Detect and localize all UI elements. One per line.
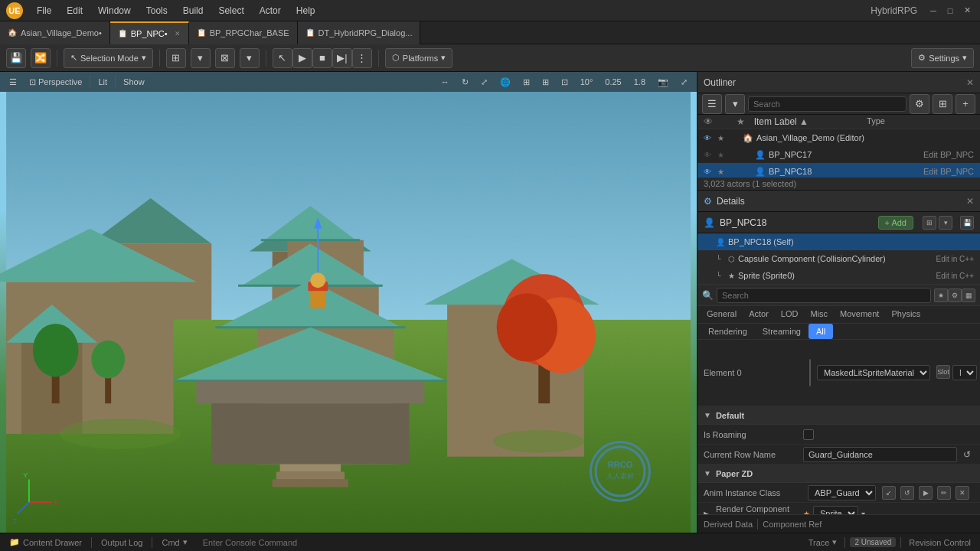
selection-mode-button[interactable]: ↖ Selection Mode ▾ [64,48,153,68]
view-grid-button[interactable]: ⊞ [923,216,936,230]
render-tab-rendering[interactable]: Rendering [701,324,755,339]
menu-select[interactable]: Select [212,4,250,18]
anim-close-button[interactable]: ✕ [956,486,969,500]
grid-button[interactable]: ⊞ [537,76,554,89]
surface-dropdown[interactable]: ▾ [240,48,260,68]
skip-button[interactable]: ▶| [332,48,352,68]
minimize-button[interactable]: ─ [926,4,940,18]
cat-tab-lod[interactable]: LOD [775,306,805,323]
play-button[interactable]: ▶ [292,48,312,68]
derived-data-item[interactable]: Derived Data [704,520,753,529]
menu-tools[interactable]: Tools [140,4,174,18]
close-button[interactable]: ✕ [960,4,974,18]
outliner-item-bp-npc17[interactable]: 👁 ★ 👤 BP_NPC17 Edit BP_NPC [697,146,980,163]
tab-close-bp-npc[interactable]: ✕ [175,30,181,37]
star-asian-village[interactable]: ★ [717,134,724,142]
is-roaming-checkbox[interactable] [803,429,814,440]
anim-browse-button[interactable]: ↙ [882,486,896,500]
stop-button[interactable]: ■ [312,48,332,68]
surface-snap-button[interactable]: ⊞ [518,76,534,89]
menu-help[interactable]: Help [290,4,322,18]
cmd-button[interactable]: Cmd ▾ [158,537,190,547]
viewport[interactable]: ☰ ⊡ Perspective Lit Show ↔ ↻ ⤢ 🌐 ⊞ ⊞ ⊡ 1… [0,72,697,533]
search-gear-button[interactable]: ▦ [962,289,975,302]
play-options[interactable]: ⋮ [352,48,372,68]
rotate-button[interactable]: ↻ [457,76,473,89]
outliner-filter-button[interactable]: ☰ [702,94,722,114]
outliner-search-input[interactable] [748,96,906,112]
section-default[interactable]: ▼ Default [697,406,980,425]
menu-actor[interactable]: Actor [253,4,287,18]
component-item-capsule[interactable]: └ ⬡ Capsule Component (CollisionCylinder… [697,250,980,267]
outliner-options-button[interactable]: ⚙ [910,94,929,114]
anim-edit-button[interactable]: ✏ [937,486,951,500]
section-paper-zd[interactable]: ▼ Paper ZD [697,465,980,483]
details-search-input[interactable] [717,288,931,303]
tab-bp-rpgchar[interactable]: 📋 BP_RPGChar_BASE [189,21,298,44]
trace-button[interactable]: Trace ▾ [805,537,841,547]
outliner-close-button[interactable]: ✕ [966,77,974,88]
add-button[interactable]: + Add [878,216,913,230]
translate-button[interactable]: ↔ [436,76,454,88]
menu-file[interactable]: File [31,4,57,18]
show-button[interactable]: Show [119,76,149,88]
cat-tab-general[interactable]: General [701,306,743,323]
current-row-reset-button[interactable]: ↺ [963,449,971,460]
expand-button[interactable]: ⤢ [676,76,692,89]
action-capsule[interactable]: Edit in C++ [936,255,974,263]
menu-window[interactable]: Window [92,4,137,18]
viewport-angle[interactable]: 10° [576,76,598,88]
render-tab-streaming[interactable]: Streaming [755,324,808,339]
source-control-button[interactable]: 🔀 [31,48,51,68]
cat-tab-misc[interactable]: Misc [804,306,834,323]
tab-dt-hybridrpg[interactable]: 📋 DT_HybridRPG_Dialog... [298,21,421,44]
revision-control-button[interactable]: Revision Control [906,538,974,547]
save-button[interactable]: 💾 [6,48,26,68]
menu-edit[interactable]: Edit [60,4,89,18]
lit-button[interactable]: Lit [93,76,112,88]
snap-dropdown[interactable]: ▾ [191,48,211,68]
eye-bp-npc17[interactable]: 👁 [704,151,711,159]
eye-asian-village[interactable]: 👁 [704,134,711,142]
details-close-button[interactable]: ✕ [966,196,974,207]
output-log-button[interactable]: Output Log [98,538,145,547]
content-drawer-button[interactable]: 📁 Content Drawer [6,537,85,547]
select-tool-button[interactable]: ↖ [273,48,292,68]
search-filter-button[interactable]: ⚙ [948,289,962,302]
action-sprite[interactable]: Edit in C++ [936,272,974,280]
view-mode-button[interactable]: ⊡ [557,76,573,89]
outliner-item-asian-village[interactable]: 👁 ★ 🏠 Asian_Village_Demo (Editor) [697,129,980,146]
cat-tab-physics[interactable]: Physics [885,306,926,323]
viewport-val1[interactable]: 0.25 [600,76,626,88]
star-bp-npc18[interactable]: ★ [717,168,724,176]
component-item-sprite[interactable]: └ ★ Sprite (Sprite0) Edit in C++ [697,267,980,284]
outliner-add-button[interactable]: + [956,94,975,114]
scale-button[interactable]: ⤢ [476,76,492,89]
viewport-val2[interactable]: 1.8 [629,76,650,88]
world-button[interactable]: 🌐 [495,76,515,89]
viewport-options-button[interactable]: ☰ [5,76,21,89]
cat-tab-movement[interactable]: Movement [834,306,885,323]
anim-refresh-button[interactable]: ↺ [900,486,914,500]
view-list-button[interactable]: ▾ [939,216,952,230]
component-item-bp-npc18-self[interactable]: 👤 BP_NPC18 (Self) [697,233,980,250]
details-save-button[interactable]: 💾 [960,216,974,230]
tab-asian-village[interactable]: 🏠 Asian_Village_Demo• [0,21,110,44]
snap-button[interactable]: ⊞ [166,48,186,68]
perspective-button[interactable]: ⊡ Perspective [24,76,87,89]
anim-instance-dropdown[interactable]: ABP_Guard [808,485,876,500]
element0-slot-dropdown[interactable]: No [952,365,977,380]
element0-material-dropdown[interactable]: MaskedLitSpriteMaterial [817,365,930,380]
outliner-collapse-button[interactable]: ▾ [725,94,745,114]
outliner-item-bp-npc18[interactable]: 👁 ★ 👤 BP_NPC18 Edit BP_NPC [697,163,980,178]
component-ref-item[interactable]: Component Ref [763,520,822,529]
camera-options[interactable]: 📷 [653,76,673,89]
star-bp-npc17[interactable]: ★ [717,151,724,159]
anim-play-button[interactable]: ▶ [919,486,933,500]
current-row-name-input[interactable] [803,447,957,462]
render-tab-all[interactable]: All [808,324,833,339]
menu-build[interactable]: Build [177,4,210,18]
tab-bp-npc[interactable]: 📋 BP_NPC• ✕ [110,21,189,44]
outliner-more-button[interactable]: ⊞ [933,94,952,114]
maximize-button[interactable]: □ [943,4,957,18]
